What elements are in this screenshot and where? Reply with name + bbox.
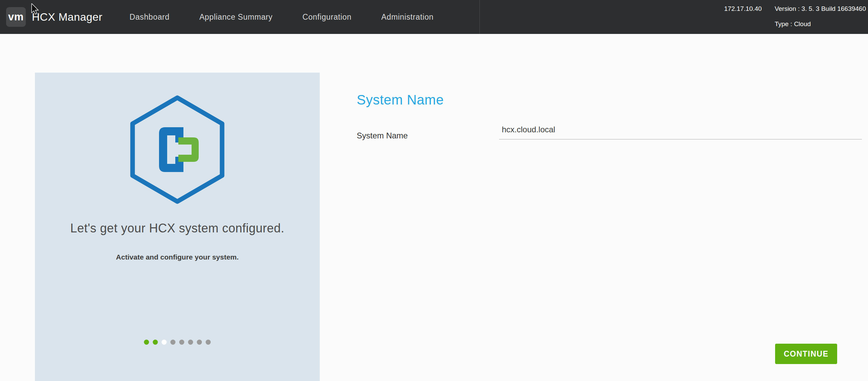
carousel-dot[interactable] [162,340,167,345]
main-nav: Dashboard Appliance Summary Configuratio… [130,0,434,34]
continue-button[interactable]: CONTINUE [775,344,837,364]
nav-item-administration[interactable]: Administration [381,13,434,22]
nav-item-appliance-summary[interactable]: Appliance Summary [199,13,273,22]
nav-item-configuration[interactable]: Configuration [302,13,352,22]
carousel-dot[interactable] [171,340,176,345]
vmware-logo-text: vm [8,11,24,23]
carousel-dot[interactable] [188,340,193,345]
left-panel: Let's get your HCX system configured. Ac… [35,73,320,381]
hcx-manager-screen: vm HCX Manager Dashboard Appliance Summa… [0,0,868,381]
type-text: Type : Cloud [775,20,866,28]
carousel-dot[interactable] [179,340,184,345]
carousel-dots [144,340,211,345]
carousel-dot[interactable] [144,340,149,345]
top-navbar: vm HCX Manager Dashboard Appliance Summa… [0,0,868,34]
vmware-logo[interactable]: vm [6,7,26,27]
carousel-dot[interactable] [153,340,158,345]
welcome-headline: Let's get your HCX system configured. [70,221,284,235]
system-info: 172.17.10.40 Version : 3. 5. 3 Build 166… [724,5,866,28]
version-text: Version : 3. 5. 3 Build 16639460 [775,5,866,13]
system-name-input[interactable] [499,125,862,139]
app-title: HCX Manager [32,11,102,23]
navbar-divider [479,0,480,34]
ip-address: 172.17.10.40 [724,5,762,28]
version-block: Version : 3. 5. 3 Build 16639460 Type : … [775,5,866,28]
welcome-subheadline: Activate and configure your system. [116,253,239,261]
carousel-dot[interactable] [197,340,202,345]
carousel-dot[interactable] [206,340,211,345]
hcx-hexagon-logo-icon [126,94,228,206]
nav-item-dashboard[interactable]: Dashboard [130,13,170,22]
page-title: System Name [357,92,444,108]
system-name-label: System Name [357,131,408,140]
